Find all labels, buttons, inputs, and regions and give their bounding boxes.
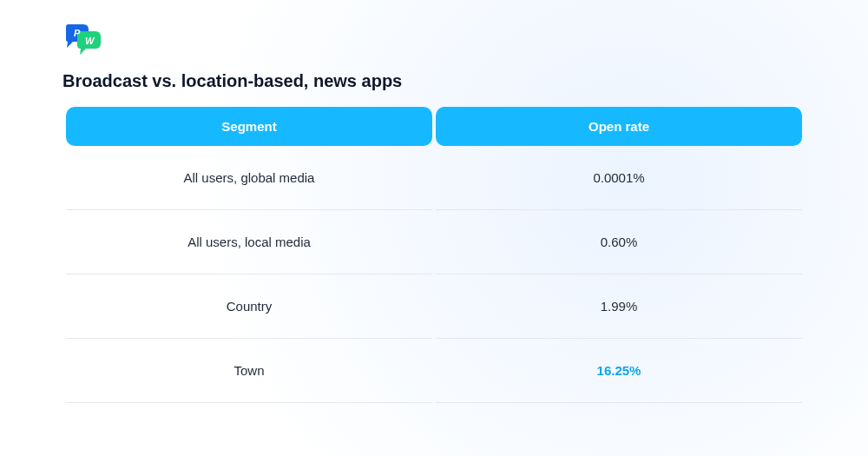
table-body: All users, global media 0.0001% All user… [66,146,802,403]
content-container: P W Broadcast vs. location-based, news a… [0,0,868,403]
svg-text:W: W [85,36,95,46]
brand-logo: P W [62,24,806,59]
table-header-row: Segment Open rate [66,107,802,146]
comparison-table: Segment Open rate All users, global medi… [62,107,806,403]
table-row: All users, global media 0.0001% [66,146,802,210]
cell-open-rate: 16.25% [436,339,802,403]
svg-text:P: P [74,28,81,38]
cell-open-rate: 0.60% [436,210,802,274]
table-row: Country 1.99% [66,274,802,339]
column-header-open-rate: Open rate [436,107,802,146]
cell-open-rate: 0.0001% [436,146,802,210]
cell-segment: All users, global media [66,146,432,210]
cell-segment: All users, local media [66,210,432,274]
pw-logo-icon: P W [62,24,104,56]
table-row: All users, local media 0.60% [66,210,802,274]
cell-segment: Town [66,339,432,403]
table-row: Town 16.25% [66,339,802,403]
page-title: Broadcast vs. location-based, news apps [62,71,806,91]
cell-segment: Country [66,274,432,339]
column-header-segment: Segment [66,107,432,146]
cell-open-rate: 1.99% [436,274,802,339]
